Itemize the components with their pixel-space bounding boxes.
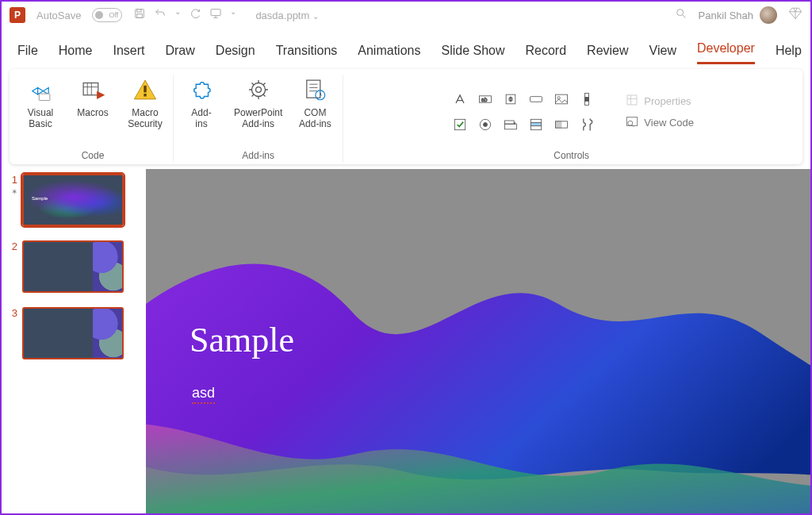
slide-thumbnails-panel: 1 ✶ Sample 2 3 [2, 169, 146, 515]
view-code-icon [625, 114, 639, 131]
svg-rect-18 [530, 97, 542, 102]
macro-security-button[interactable]: Macro Security [125, 75, 165, 130]
addins-group-label: Add-ins [242, 148, 274, 163]
combobox-control-icon[interactable] [500, 113, 522, 136]
title-bar: P AutoSave Off ⌄ ⌄ dasda.pptm ⌄ Pankil S… [2, 2, 810, 29]
svg-rect-22 [585, 98, 589, 102]
listbox-control-icon[interactable] [525, 113, 547, 136]
checkbox-control-icon[interactable] [449, 113, 471, 136]
powerpoint-addins-icon [244, 75, 273, 104]
ribbon-group-controls: ab Properties View Code [343, 75, 799, 163]
slideshow-icon[interactable] [209, 7, 222, 23]
scrollbar-control-icon[interactable] [576, 88, 598, 110]
svg-point-12 [255, 87, 261, 93]
macros-icon [79, 75, 107, 104]
diamond-icon[interactable] [788, 6, 802, 24]
thumb-3-number: 3 [5, 307, 17, 359]
svg-marker-7 [97, 91, 105, 99]
slide-canvas[interactable]: Sample asd [146, 169, 810, 515]
slide-subtitle-text[interactable]: asd [192, 385, 215, 402]
addins-button[interactable]: Add- ins [182, 75, 221, 130]
user-name-label: Pankil Shah [699, 10, 753, 21]
save-icon[interactable] [133, 7, 146, 23]
com-addins-button[interactable]: COM Add-ins [295, 75, 335, 130]
tab-review[interactable]: Review [587, 44, 628, 64]
tab-file[interactable]: File [17, 44, 38, 64]
thumb-1-preview: Sample [22, 174, 124, 226]
powerpoint-app-icon: P [10, 7, 25, 23]
thumbnail-1[interactable]: 1 ✶ Sample [5, 174, 140, 226]
controls-group-label: Controls [553, 148, 589, 163]
svg-rect-1 [137, 10, 141, 12]
properties-label: Properties [644, 95, 691, 107]
thumbnail-2[interactable]: 2 [5, 240, 140, 293]
autosave-label: AutoSave [36, 10, 81, 21]
thumb-1-number: 1 [5, 174, 17, 186]
ribbon-tabs: File Home Insert Draw Design Transitions… [2, 29, 810, 64]
user-avatar-icon [760, 6, 777, 24]
slide-wave-graphic [146, 209, 810, 515]
com-addins-icon [301, 75, 329, 104]
tab-help[interactable]: Help [776, 44, 802, 64]
thumb-3-preview [22, 307, 124, 359]
svg-rect-17 [507, 94, 516, 104]
svg-rect-2 [137, 14, 143, 18]
image-control-icon[interactable] [550, 88, 573, 110]
powerpoint-addins-button[interactable]: PowerPoint Add-ins [234, 75, 282, 130]
tab-draw[interactable]: Draw [165, 44, 194, 64]
search-icon[interactable] [675, 7, 688, 23]
svg-rect-13 [307, 80, 320, 98]
view-code-button[interactable]: View Code [625, 114, 694, 131]
visual-basic-icon [26, 75, 55, 104]
morecontrols-icon[interactable] [576, 113, 598, 136]
thumbnail-3[interactable]: 3 [5, 307, 140, 359]
redo-icon[interactable] [189, 7, 201, 23]
view-code-label: View Code [644, 117, 694, 129]
svg-rect-32 [627, 95, 637, 105]
svg-point-34 [628, 121, 633, 125]
properties-button[interactable]: Properties [625, 93, 694, 110]
macro-security-icon [131, 75, 159, 104]
label-control-icon[interactable] [449, 88, 471, 110]
code-group-label: Code [82, 148, 105, 163]
textbox-control-icon[interactable]: ab [474, 88, 496, 110]
qat-dropdown-icon[interactable]: ⌄ [230, 7, 236, 23]
animation-star-icon: ✶ [11, 187, 17, 196]
filename-label[interactable]: dasda.pptm ⌄ [255, 10, 319, 21]
tab-view[interactable]: View [649, 44, 676, 64]
svg-rect-3 [211, 10, 220, 16]
optionbutton-control-icon[interactable] [474, 113, 496, 136]
svg-rect-5 [39, 94, 50, 101]
spinbutton-control-icon[interactable] [500, 88, 522, 110]
tab-slide-show[interactable]: Slide Show [441, 44, 504, 64]
macros-label: Macros [77, 107, 108, 118]
workspace: 1 ✶ Sample 2 3 [2, 169, 810, 515]
com-addins-label: COM Add-ins [299, 107, 331, 130]
user-account[interactable]: Pankil Shah [699, 6, 777, 24]
svg-point-4 [676, 10, 683, 16]
undo-icon[interactable] [154, 7, 167, 23]
tab-transitions[interactable]: Transitions [276, 44, 338, 64]
tab-record[interactable]: Record [526, 44, 567, 64]
commandbutton-control-icon[interactable] [525, 88, 547, 110]
controls-grid: ab [449, 88, 598, 136]
tab-home[interactable]: Home [59, 44, 93, 64]
tab-insert[interactable]: Insert [113, 44, 144, 64]
tab-animations[interactable]: Animations [358, 44, 420, 64]
thumb-2-preview [22, 240, 124, 293]
svg-rect-23 [455, 119, 465, 129]
togglebutton-control-icon[interactable] [550, 113, 573, 136]
tab-design[interactable]: Design [216, 44, 255, 64]
macros-button[interactable]: Macros [73, 75, 113, 118]
slide-title-text[interactable]: Sample [190, 320, 294, 360]
svg-point-25 [484, 123, 488, 127]
autosave-toggle[interactable]: Off [92, 8, 122, 22]
properties-icon [625, 93, 639, 110]
undo-dropdown-icon[interactable]: ⌄ [174, 7, 181, 23]
visual-basic-label: Visual Basic [28, 107, 53, 130]
tab-developer[interactable]: Developer [697, 41, 755, 64]
svg-rect-9 [144, 86, 146, 93]
svg-rect-29 [531, 123, 542, 126]
svg-rect-27 [505, 124, 517, 129]
visual-basic-button[interactable]: Visual Basic [21, 75, 60, 130]
